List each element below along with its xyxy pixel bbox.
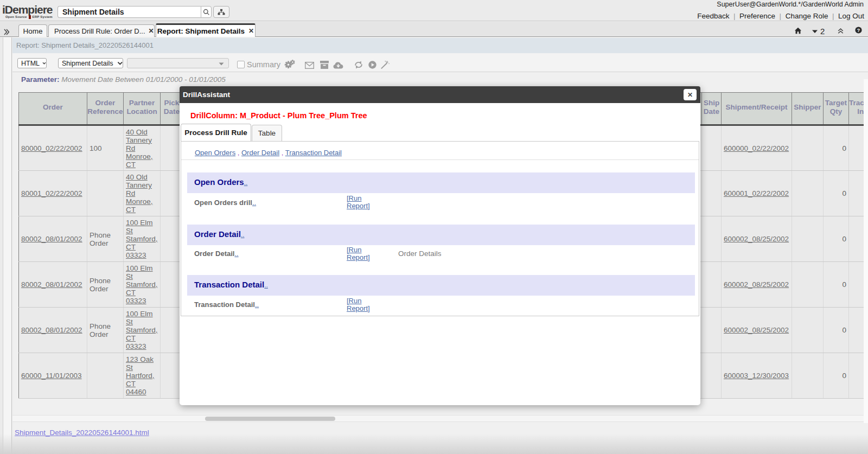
svg-text:?: ? xyxy=(857,28,860,33)
